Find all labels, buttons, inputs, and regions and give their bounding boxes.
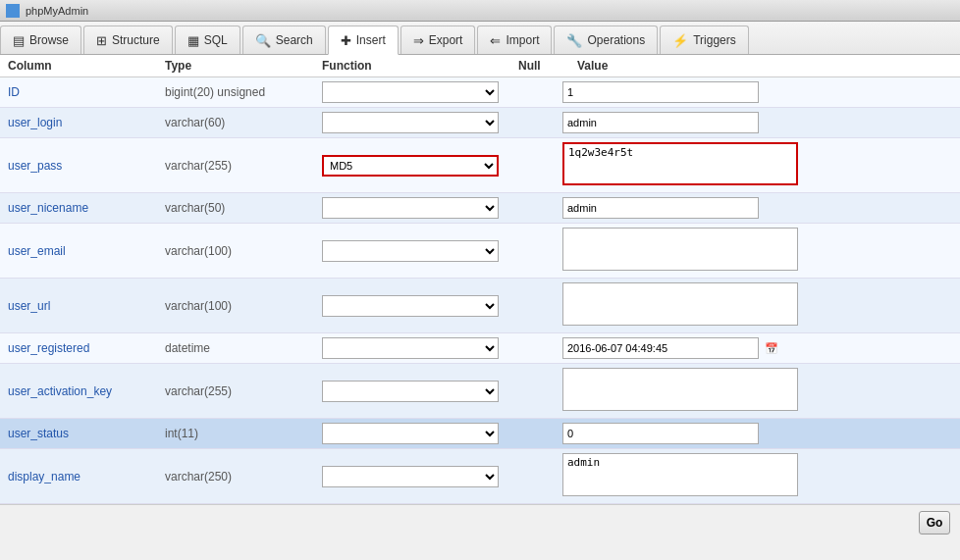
triggers-tab-label: Triggers xyxy=(693,33,736,47)
col-name-user_nicename: user_nicename xyxy=(0,193,157,224)
table-row: user_loginvarchar(60)AES_DECRYPTAES_ENCR… xyxy=(0,108,960,138)
function-select-user_activation_key[interactable]: AES_DECRYPTAES_ENCRYPTBINCHARCOMPRESSCON… xyxy=(322,381,499,402)
function-select-user_pass[interactable]: AES_DECRYPTAES_ENCRYPTBINCHARCOMPRESSCON… xyxy=(322,155,499,177)
operations-tab-label: Operations xyxy=(587,33,645,47)
operations-tab-icon: 🔧 xyxy=(566,33,582,48)
calendar-icon-user_registered[interactable]: 📅 xyxy=(763,339,780,357)
datetime-wrapper-user_registered: 📅 xyxy=(562,337,952,359)
col-value-user_status xyxy=(555,419,960,449)
col-name-user_login: user_login xyxy=(0,108,157,138)
col-null-id xyxy=(510,77,555,108)
col-func-user_nicename: AES_DECRYPTAES_ENCRYPTBINCHARCOMPRESSCON… xyxy=(314,193,510,224)
header-type: Type xyxy=(165,59,322,73)
col-null-user_registered xyxy=(510,333,555,364)
col-func-user_activation_key: AES_DECRYPTAES_ENCRYPTBINCHARCOMPRESSCON… xyxy=(314,364,510,419)
value-input-id[interactable] xyxy=(562,81,759,103)
col-func-user_registered: AES_DECRYPTAES_ENCRYPTBINCHARCOMPRESSCON… xyxy=(314,333,510,364)
value-textarea-user_url[interactable] xyxy=(562,282,798,326)
table-row: display_namevarchar(250)AES_DECRYPTAES_E… xyxy=(0,449,960,504)
sql-tab-icon: ▦ xyxy=(187,33,199,48)
function-select-user_url[interactable]: AES_DECRYPTAES_ENCRYPTBINCHARCOMPRESSCON… xyxy=(322,295,499,317)
col-value-user_pass xyxy=(555,138,960,193)
col-value-user_url xyxy=(555,279,960,333)
col-name-user_registered: user_registered xyxy=(0,333,157,364)
col-type-user_registered: datetime xyxy=(157,333,314,364)
col-name-user_status: user_status xyxy=(0,419,157,449)
function-select-user_status[interactable]: AES_DECRYPTAES_ENCRYPTBINCHARCOMPRESSCON… xyxy=(322,423,499,444)
go-button[interactable]: Go xyxy=(919,511,950,535)
col-type-user_status: int(11) xyxy=(157,419,314,449)
function-select-display_name[interactable]: AES_DECRYPTAES_ENCRYPTBINCHARCOMPRESSCON… xyxy=(322,466,499,487)
col-func-user_status: AES_DECRYPTAES_ENCRYPTBINCHARCOMPRESSCON… xyxy=(314,419,510,449)
structure-tab-label: Structure xyxy=(112,33,160,47)
function-select-user_email[interactable]: AES_DECRYPTAES_ENCRYPTBINCHARCOMPRESSCON… xyxy=(322,240,499,262)
col-name-user_email: user_email xyxy=(0,224,157,279)
import-tab-label: Import xyxy=(506,33,539,47)
triggers-tab-icon: ⚡ xyxy=(672,33,688,48)
col-value-id xyxy=(555,77,960,108)
tab-operations[interactable]: 🔧Operations xyxy=(554,25,658,54)
table-header-row: Column Type Function Null Value xyxy=(0,55,960,77)
search-tab-icon: 🔍 xyxy=(255,33,271,48)
col-name-user_activation_key: user_activation_key xyxy=(0,364,157,419)
function-select-user_registered[interactable]: AES_DECRYPTAES_ENCRYPTBINCHARCOMPRESSCON… xyxy=(322,337,499,359)
col-func-user_email: AES_DECRYPTAES_ENCRYPTBINCHARCOMPRESSCON… xyxy=(314,224,510,279)
content-area: Column Type Function Null Value IDbigint… xyxy=(0,55,960,504)
col-func-display_name: AES_DECRYPTAES_ENCRYPTBINCHARCOMPRESSCON… xyxy=(314,449,510,504)
col-value-user_nicename xyxy=(555,193,960,224)
title-bar-text: phpMyAdmin xyxy=(26,5,88,17)
col-name-display_name: display_name xyxy=(0,449,157,504)
title-bar: phpMyAdmin xyxy=(0,0,960,22)
header-column: Column xyxy=(8,59,165,73)
function-select-id[interactable]: AES_DECRYPTAES_ENCRYPTBINCHARCOMPRESSCON… xyxy=(322,81,499,103)
tab-browse[interactable]: ▤Browse xyxy=(0,25,81,54)
tab-structure[interactable]: ⊞Structure xyxy=(83,25,173,54)
value-textarea-user_activation_key[interactable] xyxy=(562,368,798,411)
col-type-user_url: varchar(100) xyxy=(157,279,314,333)
table-row: user_activation_keyvarchar(255)AES_DECRY… xyxy=(0,364,960,419)
col-name-user_pass: user_pass xyxy=(0,138,157,193)
col-null-user_nicename xyxy=(510,193,555,224)
table-row: user_registereddatetimeAES_DECRYPTAES_EN… xyxy=(0,333,960,364)
tab-bar: ▤Browse⊞Structure▦SQL🔍Search✚Insert⇒Expo… xyxy=(0,22,960,55)
col-value-display_name xyxy=(555,449,960,504)
col-func-user_pass: AES_DECRYPTAES_ENCRYPTBINCHARCOMPRESSCON… xyxy=(314,138,510,193)
col-null-user_url xyxy=(510,279,555,333)
value-input-user_nicename[interactable] xyxy=(562,197,759,219)
col-func-id: AES_DECRYPTAES_ENCRYPTBINCHARCOMPRESSCON… xyxy=(314,77,510,108)
col-name-id: ID xyxy=(0,77,157,108)
header-value: Value xyxy=(577,59,952,73)
col-type-user_email: varchar(100) xyxy=(157,224,314,279)
table-row: user_urlvarchar(100)AES_DECRYPTAES_ENCRY… xyxy=(0,279,960,333)
tab-insert[interactable]: ✚Insert xyxy=(328,25,399,55)
value-input-user_status[interactable] xyxy=(562,423,759,444)
col-null-user_email xyxy=(510,224,555,279)
value-input-user_login[interactable] xyxy=(562,112,759,133)
tab-triggers[interactable]: ⚡Triggers xyxy=(660,25,749,54)
tab-search[interactable]: 🔍Search xyxy=(242,25,326,54)
col-value-user_activation_key xyxy=(555,364,960,419)
search-tab-label: Search xyxy=(276,33,313,47)
value-textarea-user_email[interactable] xyxy=(562,228,798,271)
function-select-user_login[interactable]: AES_DECRYPTAES_ENCRYPTBINCHARCOMPRESSCON… xyxy=(322,112,499,133)
value-input-user_registered[interactable] xyxy=(562,337,759,359)
import-tab-icon: ⇐ xyxy=(490,33,501,48)
col-name-user_url: user_url xyxy=(0,279,157,333)
col-type-user_nicename: varchar(50) xyxy=(157,193,314,224)
col-type-user_login: varchar(60) xyxy=(157,108,314,138)
col-value-user_login xyxy=(555,108,960,138)
col-null-user_status xyxy=(510,419,555,449)
tab-import[interactable]: ⇐Import xyxy=(477,25,552,54)
value-textarea-user_pass[interactable] xyxy=(562,142,798,185)
function-select-user_nicename[interactable]: AES_DECRYPTAES_ENCRYPTBINCHARCOMPRESSCON… xyxy=(322,197,499,219)
table-row: user_statusint(11)AES_DECRYPTAES_ENCRYPT… xyxy=(0,419,960,449)
header-function: Function xyxy=(322,59,518,73)
tab-sql[interactable]: ▦SQL xyxy=(175,25,240,54)
table-row: user_passvarchar(255)AES_DECRYPTAES_ENCR… xyxy=(0,138,960,193)
footer: Go xyxy=(0,504,960,540)
col-null-user_pass xyxy=(510,138,555,193)
table-row: user_nicenamevarchar(50)AES_DECRYPTAES_E… xyxy=(0,193,960,224)
value-textarea-display_name[interactable] xyxy=(562,453,798,496)
browse-tab-label: Browse xyxy=(29,33,69,47)
tab-export[interactable]: ⇒Export xyxy=(400,25,476,54)
